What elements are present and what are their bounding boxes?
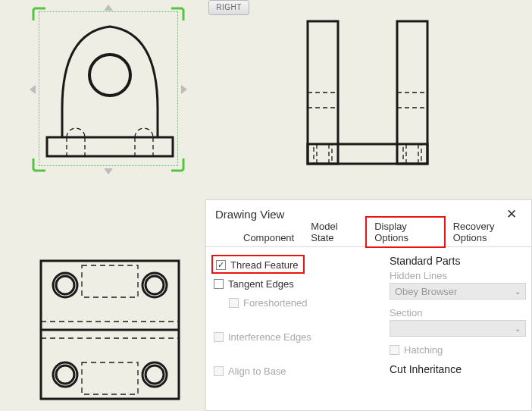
chevron-down-icon: ⌄ xyxy=(515,287,521,296)
selection-corner-bl xyxy=(32,157,47,172)
resize-handle-left[interactable] xyxy=(30,85,36,94)
selection-corner-tl xyxy=(32,7,47,22)
hatching-label: Hatching xyxy=(404,344,443,356)
front-view-drawing xyxy=(45,17,174,165)
tangent-edges-checkbox[interactable] xyxy=(214,279,224,289)
tab-display-options[interactable]: Display Options xyxy=(366,217,444,247)
svg-point-24 xyxy=(146,276,164,294)
side-view-drawing xyxy=(303,17,455,168)
thread-feature-label: Thread Feature xyxy=(230,259,299,271)
interference-edges-checkbox xyxy=(214,332,224,342)
resize-handle-top[interactable] xyxy=(104,5,113,11)
drawing-view-dialog: Drawing View ✕ Component Model State Dis… xyxy=(205,199,532,411)
foreshortened-label: Foreshortened xyxy=(243,297,308,309)
cut-inheritance-heading: Cut Inheritance xyxy=(390,363,526,375)
section-combo: ⌄ xyxy=(390,320,526,337)
svg-rect-29 xyxy=(82,265,138,297)
align-to-base-label: Align to Base xyxy=(228,366,286,377)
display-options-panel: Thread Feature Tangent Edges Foreshorten… xyxy=(206,247,531,384)
tangent-edges-label: Tangent Edges xyxy=(228,278,294,290)
svg-point-1 xyxy=(89,55,130,96)
front-view-selected[interactable] xyxy=(32,7,185,172)
resize-handle-right[interactable] xyxy=(181,85,187,94)
resize-handle-bottom[interactable] xyxy=(104,168,113,174)
align-to-base-checkbox xyxy=(214,366,224,376)
svg-rect-0 xyxy=(47,137,173,156)
tab-model-state[interactable]: Model State xyxy=(302,217,366,247)
svg-rect-8 xyxy=(308,144,427,164)
thread-feature-highlight: Thread Feature xyxy=(211,255,305,274)
viewcube-right-face[interactable]: RIGHT xyxy=(208,0,249,15)
hidden-lines-combo: Obey Browser ⌄ xyxy=(390,283,526,300)
section-label: Section xyxy=(390,307,526,318)
thread-feature-checkbox[interactable] xyxy=(216,260,226,270)
chevron-down-icon: ⌄ xyxy=(515,325,521,333)
interference-edges-label: Interference Edges xyxy=(228,331,311,343)
tab-component[interactable]: Component xyxy=(235,228,302,247)
svg-point-22 xyxy=(56,276,74,294)
svg-point-26 xyxy=(56,366,74,384)
hatching-checkbox xyxy=(390,345,399,355)
svg-rect-30 xyxy=(82,362,138,394)
standard-parts-heading: Standard Parts xyxy=(390,255,526,267)
hidden-lines-value: Obey Browser xyxy=(395,286,457,297)
viewcube-right-label: RIGHT xyxy=(216,3,242,11)
dialog-tabstrip: Component Model State Display Options Re… xyxy=(206,227,531,247)
top-view-drawing xyxy=(38,258,182,406)
hidden-lines-label: Hidden Lines xyxy=(390,270,526,281)
tab-recovery-options[interactable]: Recovery Options xyxy=(445,217,531,247)
svg-point-28 xyxy=(146,366,164,384)
foreshortened-checkbox xyxy=(229,298,239,308)
